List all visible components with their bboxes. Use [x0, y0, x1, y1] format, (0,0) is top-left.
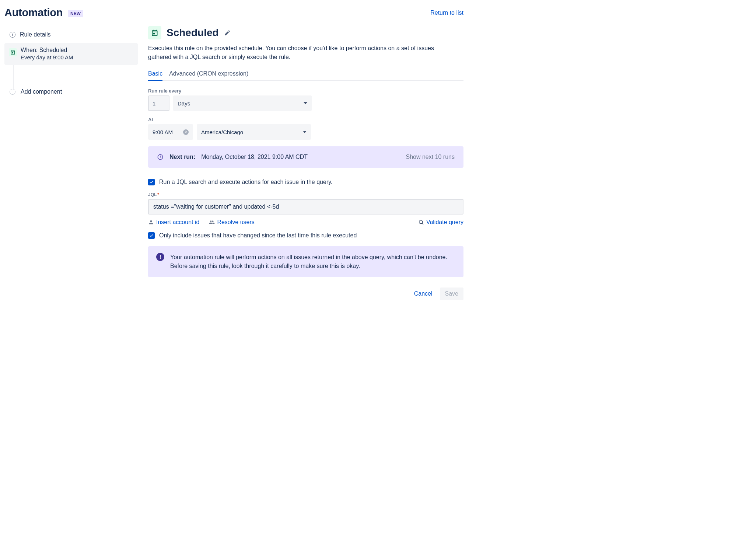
- jql-input[interactable]: status ="waiting for customer" and updat…: [148, 199, 463, 215]
- users-icon: [209, 219, 215, 225]
- edit-icon[interactable]: [224, 29, 231, 36]
- check-icon: [149, 233, 154, 238]
- trigger-subtitle: Every day at 9:00 AM: [21, 54, 133, 60]
- timeline-connector: [13, 62, 14, 89]
- only-changed-label: Only include issues that have changed si…: [159, 232, 357, 239]
- warning-text: Your automation rule will perform action…: [170, 253, 455, 271]
- interval-input[interactable]: 1: [148, 95, 169, 111]
- run-every-label: Run rule every: [148, 88, 463, 94]
- next-run-value: Monday, October 18, 2021 9:00 AM CDT: [201, 154, 308, 160]
- description-text: Executes this rule on the provided sched…: [148, 44, 463, 62]
- cancel-button[interactable]: Cancel: [410, 288, 437, 300]
- next-run-panel: Next run: Monday, October 18, 2021 9:00 …: [148, 146, 463, 168]
- check-icon: [149, 180, 154, 184]
- time-select[interactable]: 9:00 AM ✕: [148, 124, 193, 140]
- search-icon: [418, 219, 424, 225]
- unit-select[interactable]: Days: [173, 95, 312, 111]
- info-icon: i: [10, 32, 15, 38]
- add-circle-icon: [10, 89, 15, 95]
- calendar-icon: [148, 26, 161, 39]
- main-title: Scheduled: [167, 27, 219, 39]
- save-button[interactable]: Save: [440, 288, 463, 300]
- timezone-select[interactable]: America/Chicago: [197, 124, 311, 140]
- tab-basic[interactable]: Basic: [148, 69, 162, 80]
- svg-point-1: [419, 220, 423, 224]
- clock-icon: [157, 154, 164, 160]
- validate-query-link[interactable]: Validate query: [418, 219, 463, 226]
- chevron-down-icon: [303, 131, 307, 133]
- chevron-down-icon: [304, 102, 307, 104]
- show-next-runs-link[interactable]: Show next 10 runs: [406, 154, 455, 160]
- unit-value: Days: [178, 100, 190, 107]
- insert-account-id-link[interactable]: Insert account id: [148, 219, 199, 226]
- jql-checkbox-label: Run a JQL search and execute actions for…: [159, 179, 333, 185]
- clear-icon[interactable]: ✕: [183, 129, 189, 135]
- exclamation-icon: !: [156, 253, 164, 261]
- next-run-label: Next run:: [169, 154, 195, 160]
- timezone-value: America/Chicago: [201, 129, 243, 135]
- tab-advanced[interactable]: Advanced (CRON expression): [169, 69, 248, 80]
- jql-label: JQL*: [148, 192, 463, 197]
- calendar-icon: [9, 48, 17, 56]
- trigger-title: When: Scheduled: [21, 47, 133, 53]
- return-to-list-link[interactable]: Return to list: [430, 10, 463, 16]
- rule-details-item[interactable]: i Rule details: [4, 26, 138, 43]
- resolve-users-link[interactable]: Resolve users: [209, 219, 254, 226]
- user-icon: [148, 219, 154, 225]
- time-value: 9:00 AM: [153, 129, 173, 135]
- warning-panel: ! Your automation rule will perform acti…: [148, 246, 463, 277]
- new-badge: NEW: [68, 10, 83, 17]
- only-changed-checkbox[interactable]: [148, 232, 155, 239]
- rule-details-label: Rule details: [20, 31, 51, 38]
- add-component-button[interactable]: Add component: [4, 83, 138, 100]
- add-component-label: Add component: [21, 88, 62, 95]
- trigger-card[interactable]: When: Scheduled Every day at 9:00 AM: [4, 43, 138, 65]
- at-label: At: [148, 117, 463, 122]
- jql-search-checkbox[interactable]: [148, 179, 155, 185]
- page-title: Automation: [4, 7, 63, 19]
